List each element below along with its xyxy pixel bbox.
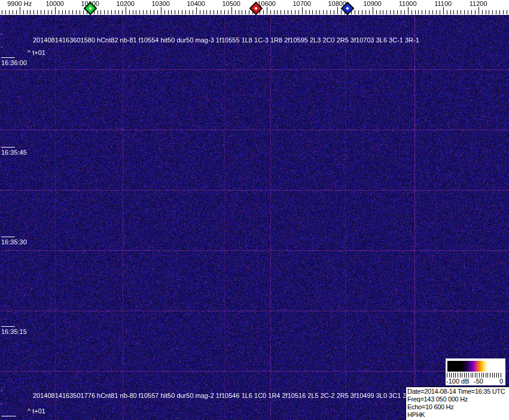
frequency-tick-label: 11000 — [399, 0, 417, 7]
event-annotation-top: 20140814163601580 hCnt82 nb-81 f10554 hi… — [33, 36, 419, 44]
marker-center-dot — [346, 7, 350, 10]
caret-label-top: ^ t+01 — [28, 49, 45, 57]
event-annotation-bottom: 20140814163501776 hCnt81 nb-80 f10557 hi… — [33, 392, 415, 400]
frequency-tick-label: 10500 — [222, 0, 240, 7]
colorbar-ticks — [447, 373, 503, 378]
db-colorbar: -100 dB -50 0 — [446, 358, 505, 385]
info-frequency: Freq=143 050 000 Hz — [407, 396, 509, 403]
event-tick-mark: ` — [1, 403, 3, 410]
event-tick-mark: ` — [1, 33, 3, 41]
time-tick-line — [1, 416, 16, 416]
colorbar-label-min: -100 dB — [446, 378, 470, 385]
frequency-tick-label: 10000 — [45, 0, 64, 7]
marker-center-dot — [254, 7, 258, 10]
frequency-tick-label: 11100 — [434, 0, 452, 7]
time-tick-line — [1, 57, 15, 58]
colorbar-label-mid: -50 — [474, 378, 483, 385]
event-tick-mark: ` — [1, 46, 3, 54]
frequency-tick-label: 9900 Hz — [7, 0, 32, 7]
time-tick-line — [1, 237, 15, 237]
frequency-tick-label: 11200 — [470, 0, 487, 7]
colorbar-gradient — [447, 361, 501, 372]
time-tick-line — [1, 147, 15, 148]
frequency-tick-label: 10400 — [187, 0, 205, 7]
time-label: 16:35:45 — [1, 149, 27, 157]
time-tick-line — [1, 326, 15, 327]
info-date-time: Date=2014-08-14 Time=16:35 UTC — [407, 388, 509, 396]
colorbar-label-max: 0 — [499, 378, 503, 385]
time-label: 16:35:30 — [1, 238, 27, 246]
waterfall-spectrogram — [0, 15, 509, 420]
event-tick-mark: ` — [1, 390, 3, 397]
frequency-tick-label: 10700 — [292, 0, 311, 7]
info-echo: Echo=10 600 Hz — [407, 403, 509, 411]
spectrogram-app-window: 9900 Hz100001010010200103001040010500106… — [0, 0, 509, 420]
frequency-tick-label: 10900 — [363, 0, 382, 7]
frequency-tick-label: 10300 — [151, 0, 170, 7]
marker-center-dot — [89, 7, 92, 10]
status-info-box: Date=2014-08-14 Time=16:35 UTC Freq=143 … — [406, 387, 509, 420]
info-station: HPHK — [407, 411, 509, 419]
time-label: 16:36:00 — [1, 59, 27, 67]
caret-label-bottom: ^ t+01 — [28, 407, 45, 415]
time-label: 16:35:15 — [1, 328, 27, 336]
frequency-tick-label: 10200 — [116, 0, 135, 7]
